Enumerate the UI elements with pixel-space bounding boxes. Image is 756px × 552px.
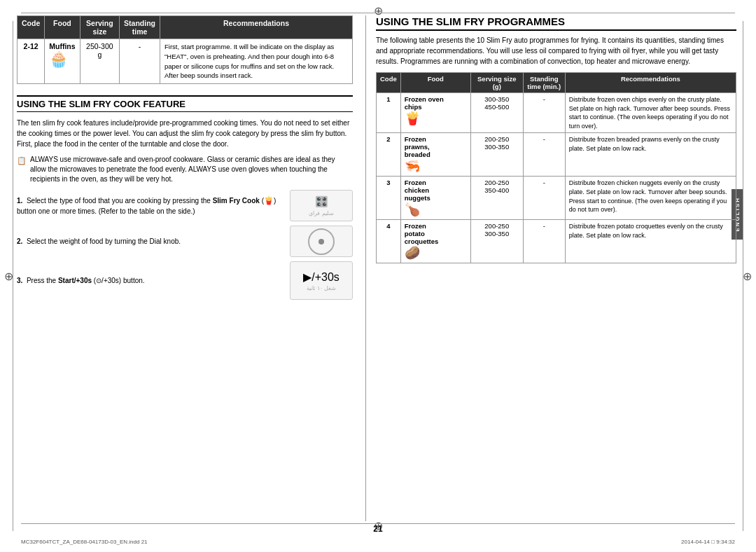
step-3-image: ▶/+30s شغل ١٠ ثانية (290, 261, 353, 300)
slim-fry-table: Code Food Serving size(g) Standingtime (… (376, 72, 736, 263)
center-divider (365, 15, 366, 521)
slim-serving-3: 200-250350-400 (470, 177, 523, 220)
left-column: Code Food Serving size Standingtime Reco… (17, 15, 360, 521)
muffin-food: Muffins 🧁 (45, 39, 80, 84)
slim-food-1: Frozen ovenchips 🍟 (400, 93, 470, 133)
slim-reco-4: Distribute frozen potato croquettes even… (565, 220, 736, 263)
step-1: 1. Select the type of food that you are … (17, 190, 353, 221)
slim-serving-2: 200-250300-350 (470, 133, 523, 177)
step-2-text: 2. Select the weight of food by turning … (17, 236, 283, 247)
slim-reco-1: Distribute frozen oven chips evenly on t… (565, 93, 736, 133)
col-reco: Recommendations (160, 16, 353, 39)
right-intro-text: The following table presents the 10 Slim… (376, 35, 736, 67)
slim-col-food: Food (400, 73, 470, 93)
slim-standing-1: - (523, 93, 565, 133)
muffins-row: 2-12 Muffins 🧁 250-300 g - First, start … (18, 39, 353, 84)
muffins-table: Code Food Serving size Standingtime Reco… (17, 15, 353, 84)
slim-code-2: 2 (377, 133, 401, 177)
slim-col-serving: Serving size(g) (470, 73, 523, 93)
footer-right: 2014-04-14 □ 9:34:32 (681, 539, 735, 545)
slim-row-1: 1 Frozen ovenchips 🍟 300-350450-500 - Di… (377, 93, 736, 133)
slim-col-reco: Recommendations (565, 73, 736, 93)
cook-note-text: ALWAYS use microwave-safe and oven-proof… (30, 155, 353, 184)
slim-reco-3: Distribute frozen chicken nuggets evenly… (565, 177, 736, 220)
muffin-serving: 250-300 g (80, 39, 120, 84)
step-2: 2. Select the weight of food by turning … (17, 226, 353, 257)
slim-food-3: Frozenchickennuggets 🍗 (400, 177, 470, 220)
slim-row-2: 2 Frozenprawns,breaded 🦐 200-250300-350 … (377, 133, 736, 177)
step-2-image (290, 226, 353, 257)
border-right (743, 21, 743, 531)
slim-col-code: Code (377, 73, 401, 93)
border-left (13, 21, 13, 531)
slim-row-3: 3 Frozenchickennuggets 🍗 200-250350-400 … (377, 177, 736, 220)
border-top (21, 13, 735, 13)
col-serving: Serving size (80, 16, 120, 39)
right-section-title: USING THE SLIM FRY PROGRAMMES (376, 15, 736, 31)
muffin-standing: - (120, 39, 160, 84)
step-1-text: 1. Select the type of food that you are … (17, 195, 283, 217)
cook-note-box: 📋 ALWAYS use microwave-safe and oven-pro… (17, 155, 353, 184)
right-column: USING THE SLIM FRY PROGRAMMES The follow… (372, 15, 736, 521)
footer-left: MC32F604TCT_ZA_DE68-04173D-03_EN.indd 21 (21, 539, 148, 545)
slim-code-1: 1 (377, 93, 401, 133)
slim-standing-2: - (523, 133, 565, 177)
slim-code-3: 3 (377, 177, 401, 220)
slim-serving-1: 300-350450-500 (470, 93, 523, 133)
slim-row-4: 4 Frozenpotatocroquettes 🥔 200-250300-35… (377, 220, 736, 263)
muffin-code: 2-12 (18, 39, 45, 84)
slim-serving-4: 200-250300-350 (470, 220, 523, 263)
col-food: Food (45, 16, 80, 39)
cook-intro-text: The ten slim fry cook features include/p… (17, 118, 353, 149)
slim-reco-2: Distribute frozen breaded prawns evenly … (565, 133, 736, 177)
col-standing: Standingtime (120, 16, 160, 39)
slim-code-4: 4 (377, 220, 401, 263)
step-3-text: 3. Press the Start/+30s (⊙/+30s) button. (17, 275, 283, 286)
slim-standing-4: - (523, 220, 565, 263)
slim-col-standing: Standingtime (min.) (523, 73, 565, 93)
muffin-reco: First, start programme. It will be indic… (160, 39, 353, 84)
slim-food-4: Frozenpotatocroquettes 🥔 (400, 220, 470, 263)
cook-section-title: USING THE SLIM FRY COOK FEATURE (17, 95, 353, 112)
reg-mark-right: ⊕ (743, 270, 752, 283)
slim-standing-3: - (523, 177, 565, 220)
step-3: 3. Press the Start/+30s (⊙/+30s) button.… (17, 261, 353, 300)
main-content: Code Food Serving size Standingtime Reco… (17, 15, 736, 521)
note-icon: 📋 (17, 156, 27, 166)
step-1-image: 🎛️ سليم فراي (290, 190, 353, 221)
col-code: Code (18, 16, 45, 39)
slim-food-2: Frozenprawns,breaded 🦐 (400, 133, 470, 177)
page-number: 21 (373, 524, 382, 534)
